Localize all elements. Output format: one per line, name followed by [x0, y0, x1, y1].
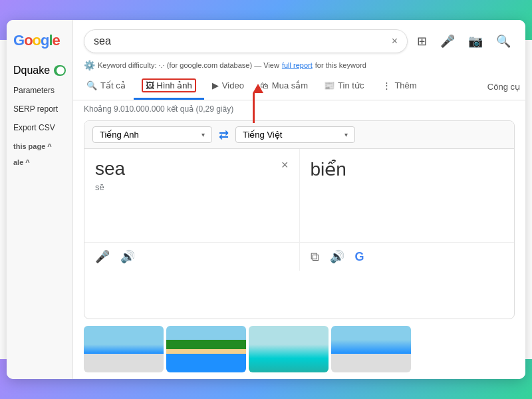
- camera-icon[interactable]: 📷: [464, 31, 487, 51]
- source-word: sea: [95, 158, 125, 179]
- search-input-wrapper[interactable]: ×: [84, 29, 408, 53]
- thumbnail-3[interactable]: [249, 326, 329, 372]
- tab-shopping-label: Mua sắm: [272, 80, 308, 90]
- nav-tabs: 🔍 Tất cả 🖼 Hình ảnh ▶ Video 🛍 Mua sắm 📰 …: [73, 73, 525, 100]
- keyword-prefix: Keyword difficulty: ·.· (for google.com …: [98, 61, 279, 69]
- thumbnail-1[interactable]: [84, 326, 164, 372]
- speaker-left-icon[interactable]: 🔊: [120, 249, 135, 264]
- toggle-knob: [57, 66, 65, 74]
- sidebar-item-serp-report[interactable]: SERP report: [7, 101, 72, 117]
- tab-more[interactable]: ⋮ Thêm: [374, 75, 424, 98]
- more-tab-icon: ⋮: [382, 80, 391, 90]
- tab-images-label: Hình ảnh: [156, 80, 192, 90]
- images-tab-box: 🖼 Hình ảnh: [142, 78, 196, 92]
- tab-video[interactable]: ▶ Video: [204, 75, 252, 98]
- image-thumbnails-row: [73, 322, 525, 379]
- target-word: biển: [311, 159, 346, 180]
- main-content: × ⊞ 🎤 📷 🔍 ⚙️ Keyword difficulty: ·.· (fo…: [73, 20, 525, 379]
- tab-more-label: Thêm: [394, 80, 416, 90]
- image-tab-icon: 🖼: [146, 80, 154, 90]
- translate-top: Tiếng Anh ▾ ⇄ Tiếng Việt ▾: [84, 121, 514, 149]
- keyword-icon: ⚙️: [84, 60, 95, 70]
- search-bar-row: × ⊞ 🎤 📷 🔍: [73, 20, 525, 59]
- speaker-right-icon[interactable]: 🔊: [330, 249, 344, 264]
- tools-button[interactable]: Công cụ: [487, 82, 520, 92]
- keyword-suffix: for this keyword: [315, 61, 366, 69]
- translate-card: Tiếng Anh ▾ ⇄ Tiếng Việt ▾ sea sē × biển: [84, 120, 515, 319]
- sidebar-section-ale[interactable]: ale ^: [7, 154, 72, 168]
- grid-icon[interactable]: ⊞: [413, 31, 431, 51]
- arrow-head: [253, 84, 263, 93]
- search-input[interactable]: [94, 35, 392, 47]
- translate-footer-right: ⧉ 🔊 G: [300, 243, 515, 271]
- news-tab-icon: 📰: [324, 80, 334, 90]
- source-lang-label: Tiếng Anh: [100, 130, 198, 140]
- target-lang-dropdown-icon: ▾: [344, 131, 348, 138]
- thumbnail-2[interactable]: [166, 326, 246, 372]
- mic-left-icon[interactable]: 🎤: [95, 249, 110, 264]
- lang-swap-button[interactable]: ⇄: [219, 128, 229, 142]
- dquake-label: Dquake: [13, 65, 50, 76]
- translate-left: sea sē ×: [84, 149, 300, 242]
- thumbnail-4[interactable]: [331, 326, 411, 372]
- sidebar-section-this-page[interactable]: this page ^: [7, 138, 72, 152]
- tab-video-label: Video: [222, 80, 244, 90]
- keyword-bar: ⚙️ Keyword difficulty: ·.· (for google.c…: [73, 59, 525, 73]
- source-lang-selector[interactable]: Tiếng Anh ▾: [92, 126, 212, 143]
- source-phonetic: sē: [95, 182, 289, 192]
- target-lang-selector[interactable]: Tiếng Việt ▾: [235, 126, 355, 143]
- results-count: Khoảng 9.010.000.000 kết quả (0,29 giây): [73, 100, 525, 118]
- video-tab-icon: ▶: [212, 80, 219, 90]
- sidebar-item-export-csv[interactable]: Export CSV: [7, 120, 72, 136]
- search-clear-icon[interactable]: ×: [392, 35, 398, 47]
- sidebar: Google Dquake Parameters SERP report Exp…: [7, 20, 73, 379]
- translate-body: sea sē × biển: [84, 149, 514, 242]
- target-lang-label: Tiếng Việt: [243, 130, 340, 140]
- tab-news[interactable]: 📰 Tin tức: [316, 75, 372, 98]
- tab-images[interactable]: 🖼 Hình ảnh: [134, 73, 204, 100]
- tab-all-label: Tất cả: [100, 80, 126, 90]
- arrow-line: [253, 93, 255, 123]
- dquake-toggle-row[interactable]: Dquake: [7, 61, 72, 80]
- translate-footer-left: 🎤 🔊: [84, 243, 300, 271]
- sidebar-item-parameters[interactable]: Parameters: [7, 82, 72, 98]
- source-lang-dropdown-icon: ▾: [201, 131, 205, 138]
- search-tab-icon: 🔍: [86, 80, 97, 90]
- tab-news-label: Tin tức: [338, 80, 364, 90]
- mic-icon[interactable]: 🎤: [436, 31, 459, 51]
- google-logo: Google: [7, 27, 72, 59]
- tab-all[interactable]: 🔍 Tất cả: [78, 75, 134, 98]
- translate-footer: 🎤 🔊 ⧉ 🔊 G: [84, 242, 514, 271]
- translate-clear-button[interactable]: ×: [281, 158, 289, 172]
- search-submit-icon[interactable]: 🔍: [492, 31, 515, 51]
- copy-icon[interactable]: ⧉: [311, 250, 319, 264]
- translate-right: biển: [300, 149, 515, 242]
- main-wrapper: Google Dquake Parameters SERP report Exp…: [7, 20, 525, 379]
- dquake-toggle[interactable]: [54, 65, 66, 76]
- google-g-button[interactable]: G: [355, 250, 364, 264]
- keyword-full-report-link[interactable]: full report: [282, 61, 313, 69]
